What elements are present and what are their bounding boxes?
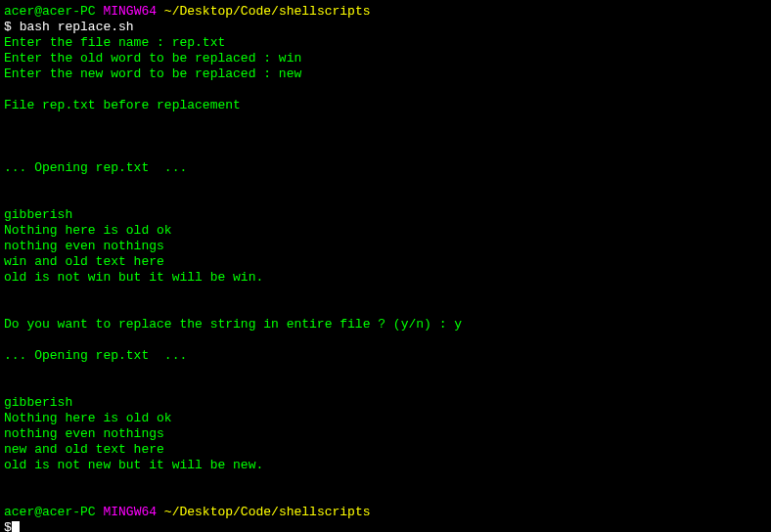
output-line: win and old text here: [4, 254, 767, 270]
output-line: Nothing here is old ok: [4, 223, 767, 239]
user-host: acer@acer-PC: [4, 505, 96, 519]
output-line: Do you want to replace the string in ent…: [4, 317, 767, 332]
output-line: File rep.txt before replacement: [4, 98, 767, 113]
prompt-line-1: acer@acer-PC MINGW64 ~/Desktop/Code/shel…: [4, 4, 767, 20]
prompt-symbol: $: [4, 20, 12, 34]
blank-line: [4, 473, 767, 489]
blank-line: [4, 332, 767, 348]
output-line: Enter the file name : rep.txt: [4, 35, 767, 51]
user-host: acer@acer-PC: [4, 4, 96, 19]
output-line: gibberish: [4, 207, 767, 223]
blank-line: [4, 301, 767, 317]
output-line: old is not win but it will be win.: [4, 270, 767, 286]
output-line: gibberish: [4, 395, 767, 411]
output-line: Enter the old word to be replaced : win: [4, 51, 767, 66]
output-line: nothing even nothings: [4, 426, 767, 442]
cwd: ~/Desktop/Code/shellscripts: [164, 505, 371, 519]
shell-name: MINGW64: [103, 4, 157, 19]
blank-line: [4, 364, 767, 379]
blank-line: [4, 379, 767, 395]
output-line: new and old text here: [4, 442, 767, 458]
blank-line: [4, 145, 767, 160]
command-line-2[interactable]: $: [4, 520, 767, 532]
command-text: bash replace.sh: [20, 20, 134, 34]
prompt-symbol: $: [4, 520, 12, 532]
blank-line: [4, 129, 767, 145]
output-line: Nothing here is old ok: [4, 411, 767, 426]
blank-line: [4, 192, 767, 207]
cwd: ~/Desktop/Code/shellscripts: [164, 4, 371, 19]
blank-line: [4, 286, 767, 301]
prompt-line-2: acer@acer-PC MINGW64 ~/Desktop/Code/shel…: [4, 505, 767, 520]
command-line-1: $ bash replace.sh: [4, 20, 767, 35]
blank-line: [4, 113, 767, 129]
output-line: ... Opening rep.txt ...: [4, 160, 767, 176]
output-line: Enter the new word to be replaced : new: [4, 66, 767, 82]
terminal[interactable]: acer@acer-PC MINGW64 ~/Desktop/Code/shel…: [4, 4, 767, 532]
blank-line: [4, 489, 767, 505]
output-line: ... Opening rep.txt ...: [4, 348, 767, 364]
cursor-icon: [12, 521, 20, 532]
blank-line: [4, 82, 767, 98]
output-line: old is not new but it will be new.: [4, 458, 767, 473]
output-line: nothing even nothings: [4, 239, 767, 254]
shell-name: MINGW64: [103, 505, 157, 519]
blank-line: [4, 176, 767, 192]
